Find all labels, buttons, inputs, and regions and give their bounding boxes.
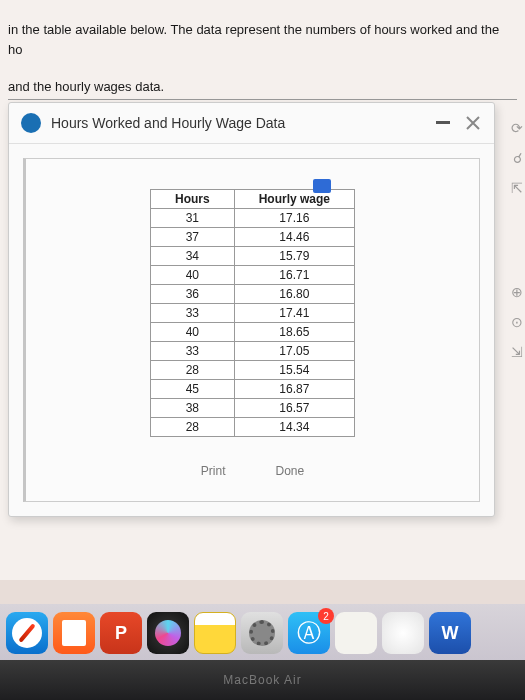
dialog-header: Hours Worked and Hourly Wage Data <box>9 103 494 144</box>
table-body: 3117.16 3714.46 3415.79 4016.71 3616.80 … <box>150 208 354 436</box>
dock-mail-icon[interactable] <box>335 612 377 654</box>
print-button[interactable]: Print <box>187 459 240 483</box>
dialog-title: Hours Worked and Hourly Wage Data <box>51 115 436 131</box>
col-header-hours: Hours <box>150 189 234 208</box>
dock-siri-icon[interactable] <box>147 612 189 654</box>
table-row: 4018.65 <box>150 322 354 341</box>
table-row: 3816.57 <box>150 398 354 417</box>
minimize-icon[interactable] <box>436 121 450 124</box>
table-row: 3317.41 <box>150 303 354 322</box>
search-tool-icon[interactable]: ☌ <box>513 150 522 166</box>
dock-appstore-icon[interactable]: Ⓐ2 <box>288 612 330 654</box>
close-icon[interactable] <box>464 114 482 132</box>
dock: P Ⓐ2 W <box>0 604 525 660</box>
table-row: 4016.71 <box>150 265 354 284</box>
dock-settings-icon[interactable] <box>241 612 283 654</box>
data-dialog: Hours Worked and Hourly Wage Data Hours … <box>8 102 495 517</box>
content-frame: Hours Hourly wage 3117.16 3714.46 3415.7… <box>23 158 480 502</box>
context-line-1: in the table available below. The data r… <box>8 8 517 59</box>
table-row: 4516.87 <box>150 379 354 398</box>
dock-notes-icon[interactable] <box>194 612 236 654</box>
table-row: 2815.54 <box>150 360 354 379</box>
table-row: 3415.79 <box>150 246 354 265</box>
dock-safari-icon[interactable] <box>6 612 48 654</box>
data-table: Hours Hourly wage 3117.16 3714.46 3415.7… <box>150 189 355 437</box>
table-row: 3616.80 <box>150 284 354 303</box>
zoom-in-icon[interactable]: ⊕ <box>511 284 523 300</box>
refresh-icon[interactable]: ⟳ <box>511 120 523 136</box>
share-icon[interactable]: ⇱ <box>511 180 523 196</box>
dock-ibooks-icon[interactable] <box>53 612 95 654</box>
table-row: 2814.34 <box>150 417 354 436</box>
table-row: 3317.05 <box>150 341 354 360</box>
context-line-2[interactable]: and the hourly wages data. <box>8 59 517 100</box>
laptop-bezel: MacBook Air <box>0 660 525 700</box>
table-row: 3117.16 <box>150 208 354 227</box>
table-row: 3714.46 <box>150 227 354 246</box>
fullscreen-icon[interactable] <box>313 179 331 193</box>
side-toolbar: ⟳ ☌ ⇱ ⊕ ⊙ ⇲ <box>509 120 525 360</box>
export-icon[interactable]: ⇲ <box>511 344 523 360</box>
done-button[interactable]: Done <box>262 459 319 483</box>
col-header-wage: Hourly wage <box>234 189 354 208</box>
dock-word-icon[interactable]: W <box>429 612 471 654</box>
dock-powerpoint-icon[interactable]: P <box>100 612 142 654</box>
zoom-out-icon[interactable]: ⊙ <box>511 314 523 330</box>
dock-generic-icon[interactable] <box>382 612 424 654</box>
dialog-indicator-icon <box>21 113 41 133</box>
appstore-badge: 2 <box>318 608 334 624</box>
